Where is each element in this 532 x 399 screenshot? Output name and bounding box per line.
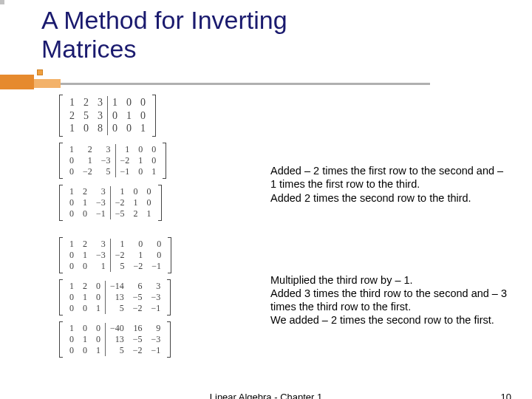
matrix-1: 12310001−3−2100−25−101	[59, 143, 166, 179]
note-1a: Added – 2 times the first row to the sec…	[266, 164, 510, 191]
note-2a: Multiplied the third row by – 1.	[266, 273, 510, 287]
accent-lightorange	[34, 79, 61, 88]
slide-title: A Method for Inverting Matrices	[41, 6, 287, 64]
accent-bars	[0, 77, 430, 89]
footer-text: Linear Algebra - Chapter 1	[210, 392, 322, 399]
note-1b: Added 2 times the second row to the thir…	[266, 191, 510, 205]
matrix-4: 120−146301013−5−30015−2−1	[59, 279, 171, 316]
page-number: 10	[501, 392, 511, 399]
accent-square	[37, 69, 43, 75]
accent-orange	[0, 75, 34, 89]
accent-gray	[61, 83, 430, 85]
matrix-5: 100−4016901013−5−30015−2−1	[59, 321, 171, 358]
content-area: 123100253010108001 12310001−3−2100−25−10…	[59, 95, 510, 369]
title-line2: Matrices	[41, 35, 287, 64]
note-2c: We added – 2 times the second row to the…	[266, 313, 510, 327]
matrix-0: 123100253010108001	[59, 95, 156, 137]
matrix-3: 12310001−3−2100015−2−1	[59, 237, 171, 273]
note-2b: Added 3 times the third row to the secon…	[266, 287, 510, 313]
accent-square-gray	[0, 0, 4, 4]
matrix-2: 12310001−3−21000−1−521	[59, 185, 162, 221]
title-line1: A Method for Inverting	[41, 6, 287, 35]
